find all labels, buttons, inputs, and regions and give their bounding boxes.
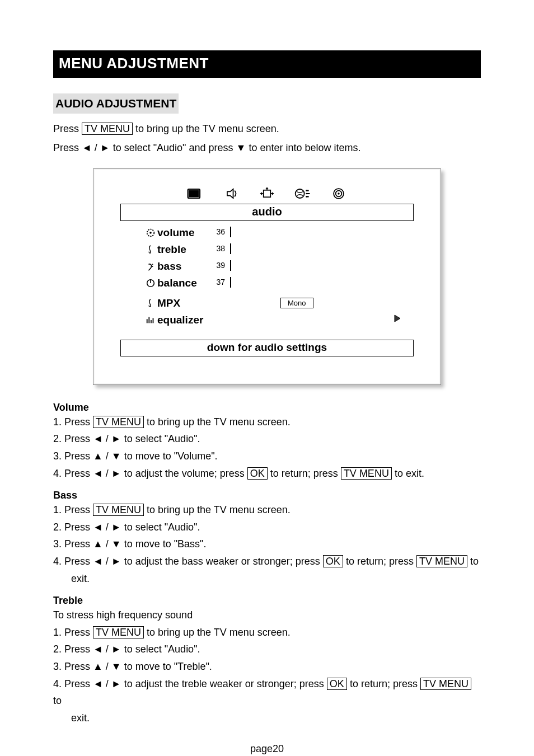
text: Press (53, 123, 82, 134)
step: 3. Press ▲ / ▼ to move to "Bass". (53, 536, 481, 553)
text: 4. Press (53, 678, 93, 689)
slider-value: 37 (216, 278, 225, 287)
equalizer-icon (144, 315, 157, 325)
tv-menu-button-label: TV MENU (420, 678, 471, 690)
slider-value: 36 (216, 227, 225, 236)
svg-rect-25 (151, 320, 152, 323)
text: to return; press (343, 556, 416, 567)
bass-clef-icon (144, 261, 157, 271)
text: to adjust the bass weaker or stronger; p… (121, 556, 323, 567)
text: 3. Press (53, 538, 93, 550)
text: to return; press (347, 678, 420, 689)
tv-menu-button-label: TV MENU (82, 123, 133, 135)
text: 4. Press (53, 556, 93, 567)
step: 1. Press TV MENU to bring up the TV menu… (53, 501, 481, 519)
mpx-value: Mono (280, 298, 313, 308)
text: to adjust the volume; press (121, 468, 247, 479)
tab-target-icon (329, 186, 349, 201)
text: to bring up the TV menu screen. (144, 504, 291, 515)
text: 2. Press (53, 644, 93, 655)
down-arrow: ▼ (236, 142, 246, 153)
tab-picture-icon (185, 186, 205, 201)
svg-point-11 (306, 190, 308, 191)
left-right-arrows: ◄ / ► (93, 522, 121, 533)
up-down-arrows: ▲ / ▼ (93, 538, 121, 550)
step: 3. Press ▲ / ▼ to move to "Treble". (53, 658, 481, 675)
section-heading: AUDIO ADJUSTMENT (53, 93, 179, 114)
text: 1. Press (53, 504, 93, 515)
slider: 37 (230, 278, 401, 289)
left-right-arrows: ◄ / ► (82, 142, 110, 153)
step: 1. Press TV MENU to bring up the TV menu… (53, 414, 481, 431)
svg-point-19 (152, 264, 153, 265)
text: to select "Audio" and press (110, 142, 236, 153)
svg-marker-2 (227, 189, 233, 198)
treble-heading: Treble (53, 595, 481, 607)
step-continuation: exit. (53, 570, 481, 588)
left-right-arrows: ◄ / ► (93, 644, 121, 655)
osd-title: audio (120, 204, 414, 221)
text: to move to "Volume". (121, 450, 218, 462)
svg-point-13 (306, 196, 308, 198)
step: 2. Press ◄ / ► to select "Audio". (53, 519, 481, 536)
text: 1. Press (53, 627, 93, 638)
slider-value: 39 (216, 261, 225, 270)
text: to move to "Bass". (121, 538, 207, 550)
ok-button-label: OK (327, 678, 347, 690)
svg-point-12 (306, 192, 308, 194)
step: 4. Press ◄ / ► to adjust the volume; pre… (53, 465, 481, 482)
osd-row-volume: volume 36 (144, 224, 401, 241)
text: Press (53, 142, 82, 153)
osd-tab-row (110, 186, 424, 201)
bass-heading: Bass (53, 490, 481, 501)
tv-menu-button-label: TV MENU (93, 416, 144, 428)
text: 2. Press (53, 522, 93, 533)
step: 4. Press ◄ / ► to adjust the bass weaker… (53, 553, 481, 570)
tv-menu-button-label: TV MENU (341, 467, 392, 480)
treble-clef-icon (144, 298, 157, 308)
right-arrow-icon (394, 314, 401, 326)
slider: 38 (230, 244, 401, 255)
volume-steps: 1. Press TV MENU to bring up the TV menu… (53, 414, 481, 482)
text: to exit. (392, 468, 424, 479)
text: to bring up the TV menu screen. (144, 416, 291, 428)
text: to bring up the TV menu screen. (144, 627, 291, 638)
left-right-arrows: ◄ / ► (93, 468, 121, 479)
svg-rect-3 (264, 190, 270, 197)
svg-rect-24 (148, 317, 149, 323)
text: to select "Audio". (121, 522, 200, 533)
text: to move to "Treble". (121, 661, 212, 672)
ok-button-label: OK (247, 467, 268, 480)
svg-point-20 (152, 266, 153, 267)
tv-menu-button-label: TV MENU (93, 504, 144, 516)
slider: 36 (230, 227, 401, 238)
osd-footer: down for audio settings (120, 340, 414, 356)
title-bar: MENU ADJUSTMENT (53, 50, 481, 78)
osd-row-mpx: MPX Mono (144, 295, 401, 312)
text: to adjust the treble weaker or stronger;… (121, 678, 327, 689)
text: 3. Press (53, 450, 93, 462)
text: to (467, 556, 479, 567)
svg-marker-27 (395, 315, 400, 322)
text: to select "Audio". (121, 644, 200, 655)
text: 2. Press (53, 433, 93, 444)
treble-steps: To stress high frequency sound 1. Press … (53, 607, 481, 726)
text: 3. Press (53, 661, 93, 672)
svg-point-18 (149, 232, 152, 234)
step: 2. Press ◄ / ► to select "Audio". (53, 430, 481, 448)
step: 3. Press ▲ / ▼ to move to "Volume". (53, 448, 481, 465)
step-continuation: exit. (53, 710, 481, 727)
ok-button-label: OK (323, 555, 343, 567)
text: to (53, 695, 62, 706)
step: 2. Press ◄ / ► to select "Audio". (53, 641, 481, 658)
tv-menu-button-label: TV MENU (416, 555, 467, 567)
svg-point-16 (338, 192, 340, 195)
step: 1. Press TV MENU to bring up the TV menu… (53, 624, 481, 641)
up-down-arrows: ▲ / ▼ (93, 450, 121, 462)
volume-icon (144, 228, 157, 238)
osd-list: volume 36 treble 38 bass (144, 224, 401, 328)
osd-label: equalizer (157, 314, 230, 326)
left-right-arrows: ◄ / ► (93, 433, 121, 444)
osd-screenshot: audio volume 36 treble 38 (93, 168, 441, 385)
svg-marker-5 (260, 192, 263, 195)
